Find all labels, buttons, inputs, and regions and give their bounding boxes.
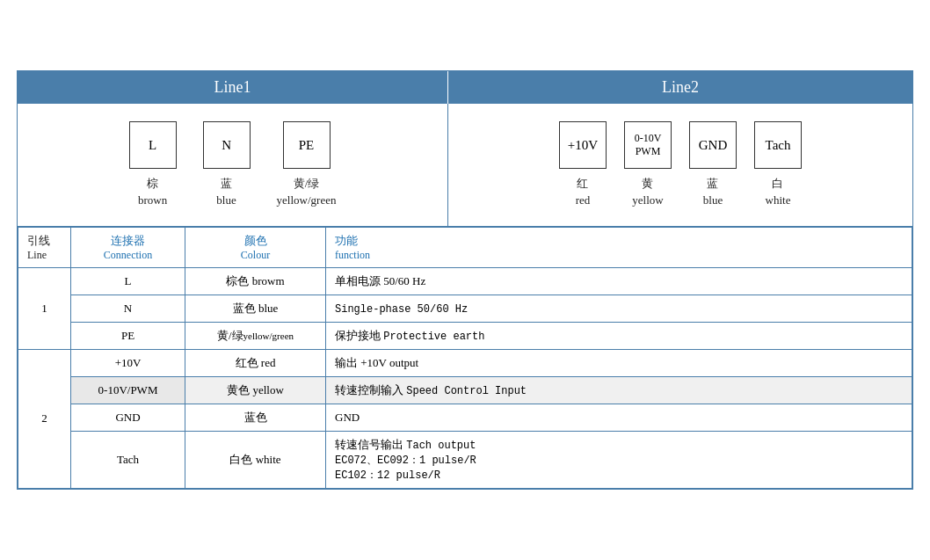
connector-PWM: 0-10VPWM 黄yellow [624, 121, 672, 207]
table-body: 1 L 棕色 browm 单相电源 50/60 Hz N 蓝色 blue Sin… [18, 267, 912, 488]
colour-10V: 红色 red [185, 349, 326, 376]
colour-GND: 蓝色 [185, 404, 326, 431]
func-N-en: Single-phase 50/60 Hz [335, 303, 468, 316]
conn-Tach: Tach [71, 431, 185, 488]
th-colour: 颜色 Colour [185, 227, 326, 267]
connector-N: N 蓝blue [203, 121, 251, 207]
table-row: 1 L 棕色 browm 单相电源 50/60 Hz [18, 267, 912, 295]
th-function: 功能 function [326, 227, 912, 267]
table-row: GND 蓝色 GND [18, 404, 912, 431]
func-N: Single-phase 50/60 Hz [326, 295, 912, 322]
conn-N: N [71, 295, 185, 322]
line-num-1: 1 [18, 267, 71, 349]
connector-PWM-box: 0-10VPWM [624, 121, 672, 169]
conn-L: L [71, 267, 185, 295]
connector-PE: PE 黄/绿yellow/green [277, 121, 337, 207]
wire-table: 引线 Line 连接器 Connection 颜色 Colour 功能 func… [18, 227, 912, 489]
conn-10V: +10V [71, 349, 185, 376]
colour-PWM: 黄色 yellow [185, 376, 326, 404]
func-L: 单相电源 50/60 Hz [326, 267, 912, 295]
diagram-row: L 棕brown N 蓝blue PE 黄/绿yellow/green +10V… [18, 104, 912, 226]
colour-Tach: 白色 white [185, 431, 326, 488]
connector-10V-label: 红red [576, 176, 591, 207]
table-row: N 蓝色 blue Single-phase 50/60 Hz [18, 295, 912, 322]
func-tach-line3: EC102：12 pulse/R [335, 469, 440, 482]
connector-GND-label: 蓝blue [703, 176, 723, 207]
table-row: 2 +10V 红色 red 输出 +10V output [18, 349, 912, 376]
th-colour-en: Colour [194, 249, 316, 262]
connector-10V: +10V 红red [559, 121, 607, 207]
func-PWM: 转速控制输入 Speed Control Input [326, 376, 912, 404]
connector-PE-label: 黄/绿yellow/green [277, 176, 337, 207]
connector-Tach: Tach 白white [754, 121, 802, 207]
th-function-cn: 功能 [335, 233, 903, 249]
connector-GND: GND 蓝blue [689, 121, 737, 207]
connector-N-box: N [203, 121, 251, 169]
main-container: Line1 Line2 L 棕brown N 蓝blue PE 黄/绿yello… [17, 70, 913, 489]
colour-N: 蓝色 blue [185, 295, 326, 322]
connector-10V-box: +10V [559, 121, 607, 169]
table-header-row: 引线 Line 连接器 Connection 颜色 Colour 功能 func… [18, 227, 912, 267]
connector-PE-box: PE [283, 121, 331, 169]
table-row: PE 黄/绿yellow/green 保护接地 Protective earth [18, 322, 912, 349]
connector-PWM-label: 黄yellow [632, 176, 663, 207]
func-GND: GND [326, 404, 912, 431]
connector-L: L 棕brown [129, 121, 177, 207]
func-tach-line1: 转速信号输出 Tach output [335, 438, 476, 451]
connector-Tach-box: Tach [754, 121, 802, 169]
th-line-en: Line [27, 249, 62, 262]
th-line-cn: 引线 [27, 233, 62, 249]
diagram-line2: +10V 红red 0-10VPWM 黄yellow GND 蓝blue Tac… [448, 104, 912, 225]
header-line2: Line2 [448, 71, 912, 104]
th-line: 引线 Line [18, 227, 71, 267]
colour-PE: 黄/绿yellow/green [185, 322, 326, 349]
th-connection-en: Connection [80, 249, 176, 262]
func-PE: 保护接地 Protective earth [326, 322, 912, 349]
th-colour-cn: 颜色 [194, 233, 316, 249]
colour-L: 棕色 browm [185, 267, 326, 295]
func-Tach: 转速信号输出 Tach output EC072、EC092：1 pulse/R… [326, 431, 912, 488]
conn-GND: GND [71, 404, 185, 431]
line-num-2: 2 [18, 349, 71, 488]
func-10V: 输出 +10V output [326, 349, 912, 376]
table-row: Tach 白色 white 转速信号输出 Tach output EC072、E… [18, 431, 912, 488]
connector-N-label: 蓝blue [216, 176, 236, 207]
th-connection-cn: 连接器 [80, 233, 176, 249]
header-line1: Line1 [18, 71, 448, 104]
conn-PE: PE [71, 322, 185, 349]
connector-L-box: L [129, 121, 177, 169]
connector-L-label: 棕brown [138, 176, 167, 207]
header-row: Line1 Line2 [18, 71, 912, 104]
table-row: 0-10V/PWM 黄色 yellow 转速控制输入 Speed Control… [18, 376, 912, 404]
th-function-en: function [335, 249, 903, 262]
diagram-line1: L 棕brown N 蓝blue PE 黄/绿yellow/green [18, 104, 448, 225]
func-tach-line2: EC072、EC092：1 pulse/R [335, 455, 476, 467]
conn-PWM: 0-10V/PWM [71, 376, 185, 404]
connector-GND-box: GND [689, 121, 737, 169]
th-connection: 连接器 Connection [71, 227, 185, 267]
connector-Tach-label: 白white [766, 176, 791, 207]
